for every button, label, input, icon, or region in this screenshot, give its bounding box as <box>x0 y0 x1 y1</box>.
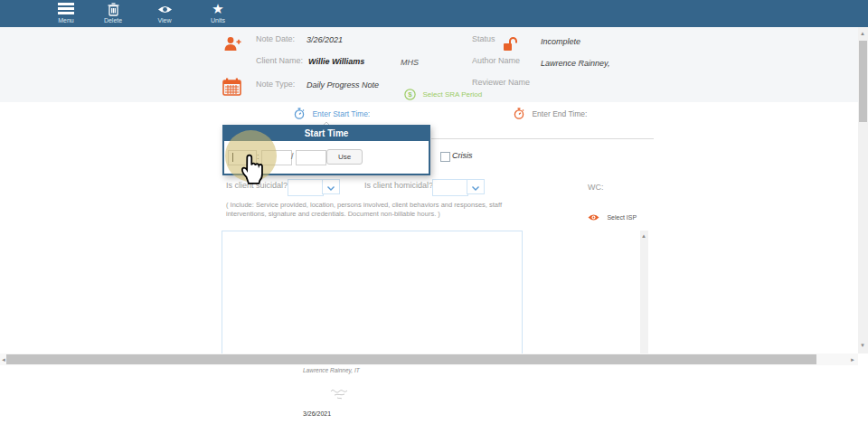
time-slash-separator: / <box>291 152 294 161</box>
client-name-value[interactable]: Willie Williams <box>308 57 364 66</box>
progress-note-textarea[interactable] <box>222 231 523 360</box>
suicidal-dropdown-button[interactable] <box>322 179 340 194</box>
client-name-label: Client Name: <box>256 56 303 65</box>
start-ampm-input[interactable] <box>296 150 326 165</box>
scroll-right-icon[interactable]: ► <box>850 356 855 363</box>
eye-icon <box>141 3 188 16</box>
vertical-scrollbar-thumb[interactable] <box>859 41 867 122</box>
crisis-checkbox[interactable] <box>440 152 450 162</box>
select-sra-period[interactable]: $ Select SRA Period <box>404 86 482 98</box>
toolbar-item-menu[interactable]: Menu <box>42 3 90 26</box>
toolbar-item-label: Units <box>194 17 241 24</box>
program-value: MHS <box>401 58 419 67</box>
signature-scribble <box>326 384 360 408</box>
toolbar-item-label: View <box>141 17 188 24</box>
wc-label: WC: <box>588 183 604 192</box>
status-label: Status <box>472 34 495 43</box>
chevron-down-icon <box>472 186 479 191</box>
scroll-down-icon[interactable]: ▼ <box>860 342 865 349</box>
horizontal-scrollbar-thumb[interactable] <box>6 354 816 364</box>
top-toolbar: Menu Delete View ★ Units <box>0 0 868 27</box>
scroll-up-icon[interactable]: ▲ <box>641 232 646 240</box>
trash-icon <box>90 3 137 16</box>
time-colon-separator: : <box>257 152 259 161</box>
app-window: Menu Delete View ★ Units Note Date: 3/26… <box>0 0 868 424</box>
toolbar-item-label: Menu <box>42 17 90 24</box>
homicidal-label: Is client homicidal? <box>364 181 433 190</box>
note-type-value[interactable]: Daily Progress Note <box>307 80 379 90</box>
select-isp[interactable]: Select ISP <box>588 209 637 220</box>
status-value: Incomplete <box>541 37 580 46</box>
select-isp-label: Select ISP <box>607 214 637 221</box>
unlock-icon <box>503 36 517 55</box>
chevron-down-icon <box>327 186 335 191</box>
svg-text:$: $ <box>408 91 412 99</box>
scroll-up-icon[interactable]: ▲ <box>860 30 865 37</box>
form-scrollbar-track[interactable] <box>640 231 648 353</box>
homicidal-select-value[interactable] <box>432 179 468 196</box>
author-name-value: Lawrence Rainney, <box>541 59 609 68</box>
enter-end-time-label: Enter End Time: <box>532 109 587 118</box>
toolbar-item-label: Delete <box>90 17 137 24</box>
toolbar-item-units[interactable]: ★ Units <box>194 3 241 26</box>
enter-end-time[interactable]: Enter End Time: <box>514 105 587 117</box>
footer-date: 3/26/2021 <box>303 410 331 417</box>
popup-title: Start Time <box>224 127 429 141</box>
text-caret <box>232 153 233 162</box>
select-sra-label: Select SRA Period <box>422 90 482 99</box>
stopwatch-orange-icon <box>514 108 524 119</box>
add-person-icon[interactable] <box>224 36 241 56</box>
star-icon: ★ <box>194 3 241 16</box>
note-type-label: Note Type: <box>256 80 295 89</box>
homicidal-dropdown-button[interactable] <box>467 179 485 194</box>
footer-author-line: Lawrence Rainney, IT <box>303 367 360 373</box>
suicidal-label: Is client suicidal? <box>226 181 288 190</box>
toolbar-item-view[interactable]: View <box>141 3 188 26</box>
note-date-value[interactable]: 3/26/2021 <box>307 35 343 44</box>
crisis-label: Crisis <box>452 151 473 160</box>
hamburger-menu-icon <box>42 3 90 16</box>
stopwatch-blue-icon <box>294 108 305 119</box>
calendar-icon[interactable] <box>222 78 241 99</box>
start-minute-input[interactable] <box>261 150 292 165</box>
note-date-label: Note Date: <box>256 34 295 43</box>
note-instructions: ( Include: Service provided, location, p… <box>226 201 508 218</box>
author-name-label: Author Name <box>472 56 520 65</box>
eye-orange-icon <box>588 213 599 221</box>
use-button[interactable]: Use <box>326 149 363 165</box>
enter-start-time[interactable]: Enter Start Time: <box>294 105 370 117</box>
toolbar-item-delete[interactable]: Delete <box>90 3 137 26</box>
start-time-popup: Start Time : / Use <box>222 125 430 175</box>
dollar-circle-icon: $ <box>404 89 416 100</box>
suicidal-select-value[interactable] <box>288 179 324 196</box>
row-divider <box>431 138 654 139</box>
